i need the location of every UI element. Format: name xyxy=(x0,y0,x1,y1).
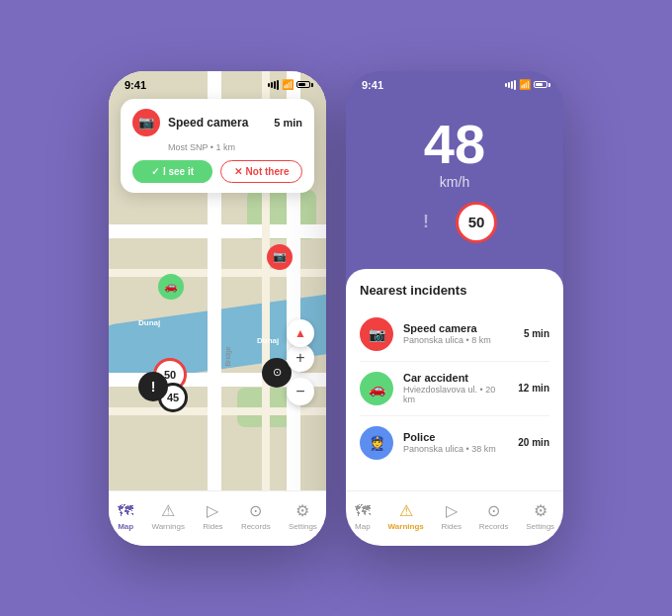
incident-time-1: 12 min xyxy=(518,383,549,394)
map-label-river: Dunaj xyxy=(138,318,160,327)
zoom-out-button[interactable]: − xyxy=(287,378,314,405)
signal-icon-warn xyxy=(505,80,516,90)
nav-warn-rides[interactable]: ▷ Rides xyxy=(441,501,461,531)
status-icons-map: 📶 xyxy=(268,79,310,90)
speed-unit: km/h xyxy=(440,174,469,190)
speed-display: 48 km/h ! 50 xyxy=(346,71,563,269)
check-icon: ✓ xyxy=(151,166,159,177)
nav-warn-records[interactable]: ⊙ Records xyxy=(479,501,509,531)
status-time-warn: 9:41 xyxy=(362,79,383,91)
incident-sub-2: Panonska ulica • 38 km xyxy=(403,444,508,454)
battery-icon-warn xyxy=(534,81,547,88)
popup-buttons: ✓ I see it ✕ Not there xyxy=(132,160,302,183)
nav-map-label-2: Map xyxy=(355,522,371,531)
phone-map: 9:41 📶 xyxy=(109,71,326,546)
nav-warnings-label-2: Warnings xyxy=(388,522,424,531)
incident-time-0: 5 min xyxy=(524,328,549,339)
nav-settings-label: Settings xyxy=(289,522,317,531)
incident-name-2: Police xyxy=(403,431,508,443)
camera-marker-1[interactable]: 📷 xyxy=(267,244,293,270)
rides-nav-icon-2: ▷ xyxy=(446,501,458,520)
map-popup: 📷 Speed camera 5 min Most SNP • 1 km ✓ I… xyxy=(121,99,314,193)
records-nav-icon-2: ⊙ xyxy=(487,501,500,520)
settings-nav-icon: ⚙ xyxy=(295,501,309,520)
x-icon: ✕ xyxy=(234,166,242,177)
incident-name-1: Car accident xyxy=(403,372,508,384)
incident-sub-0: Panonska ulica • 8 km xyxy=(403,335,514,345)
map-nav-icon: 🗺 xyxy=(118,502,133,520)
nav-warnings-label: Warnings xyxy=(151,522,185,531)
incident-info-1: Car accident Hviezdoslavova ul. • 20 km xyxy=(403,372,508,404)
map-label-river2: Dunaj xyxy=(257,336,279,345)
nav-records-label: Records xyxy=(241,522,271,531)
incident-time-2: 20 min xyxy=(518,437,549,448)
nav-records-label-2: Records xyxy=(479,522,509,531)
bottom-nav-warn: 🗺 Map ⚠ Warnings ▷ Rides ⊙ Records ⚙ Set… xyxy=(346,490,563,546)
excl-marker[interactable]: ! xyxy=(138,372,168,401)
incident-icon-0: 📷 xyxy=(360,317,393,351)
zoom-in-button[interactable]: + xyxy=(287,344,314,372)
nav-rides-label-2: Rides xyxy=(441,522,461,531)
records-nav-icon: ⊙ xyxy=(249,501,262,520)
nav-records[interactable]: ⊙ Records xyxy=(241,501,271,531)
nav-warnings[interactable]: ⚠ Warnings xyxy=(151,501,185,531)
incident-name-0: Speed camera xyxy=(403,322,514,334)
map-area: Štefánikova Bridge Dunaj Dunaj 📷 Speed c… xyxy=(109,71,326,490)
popup-camera-icon: 📷 xyxy=(132,109,160,136)
map-nav-icon-2: 🗺 xyxy=(355,502,371,520)
status-icons-warn: 📶 xyxy=(505,79,547,90)
map-label-2: Bridge xyxy=(224,346,231,366)
incident-icon-1: 🚗 xyxy=(360,372,393,405)
warning-excl-icon: ! xyxy=(412,209,440,236)
settings-nav-icon-2: ⚙ xyxy=(534,501,547,520)
phone-warnings: 9:41 📶 48 km/h ! xyxy=(346,71,563,546)
nav-map-label: Map xyxy=(118,522,133,531)
nav-warn-warnings[interactable]: ⚠ Warnings xyxy=(388,501,424,531)
nav-settings-label-2: Settings xyxy=(526,522,554,531)
incident-item-2[interactable]: 👮 Police Panonska ulica • 38 km 20 min xyxy=(360,416,549,470)
popup-header: 📷 Speed camera 5 min xyxy=(132,109,302,136)
wifi-icon-warn: 📶 xyxy=(519,79,531,90)
rides-nav-icon: ▷ xyxy=(207,501,218,520)
not-there-button[interactable]: ✕ Not there xyxy=(220,160,302,183)
i-see-it-button[interactable]: ✓ I see it xyxy=(132,160,212,183)
incidents-title: Nearest incidents xyxy=(360,283,549,298)
incident-item-1[interactable]: 🚗 Car accident Hviezdoslavova ul. • 20 k… xyxy=(360,362,549,416)
car-marker[interactable]: 🚗 xyxy=(158,274,184,300)
status-bar-warn: 9:41 📶 xyxy=(346,71,563,95)
incident-info-0: Speed camera Panonska ulica • 8 km xyxy=(403,322,514,345)
compass-button[interactable]: ▲ xyxy=(287,319,314,347)
nav-rides[interactable]: ▷ Rides xyxy=(203,501,222,531)
battery-icon xyxy=(296,81,310,88)
wifi-icon: 📶 xyxy=(282,79,294,90)
bottom-nav-map: 🗺 Map ⚠ Warnings ▷ Rides ⊙ Records ⚙ Set… xyxy=(109,490,326,546)
popup-time: 5 min xyxy=(274,117,302,129)
warnings-nav-icon: ⚠ xyxy=(161,501,175,520)
incident-icon-2: 👮 xyxy=(360,426,393,460)
warnings-nav-icon-2: ⚠ xyxy=(399,501,413,520)
status-bar-map: 9:41 📶 xyxy=(109,71,326,95)
incident-sub-1: Hviezdoslavova ul. • 20 km xyxy=(403,385,508,404)
incident-item-0[interactable]: 📷 Speed camera Panonska ulica • 8 km 5 m… xyxy=(360,308,549,362)
nav-settings[interactable]: ⚙ Settings xyxy=(289,501,317,531)
incident-info-2: Police Panonska ulica • 38 km xyxy=(403,431,508,454)
speed-value: 48 xyxy=(424,117,485,172)
status-time-map: 9:41 xyxy=(125,79,146,91)
nav-map[interactable]: 🗺 Map xyxy=(118,502,133,531)
popup-title: Speed camera xyxy=(168,116,266,130)
nav-warn-map[interactable]: 🗺 Map xyxy=(355,502,371,531)
speed-row: ! 50 xyxy=(412,202,497,243)
incidents-panel: Nearest incidents 📷 Speed camera Panonsk… xyxy=(346,269,563,490)
popup-subtitle: Most SNP • 1 km xyxy=(132,142,302,152)
nav-warn-settings[interactable]: ⚙ Settings xyxy=(526,501,554,531)
signal-icon xyxy=(268,80,279,90)
nav-rides-label: Rides xyxy=(203,522,222,531)
speed-limit-badge: 50 xyxy=(456,202,497,243)
